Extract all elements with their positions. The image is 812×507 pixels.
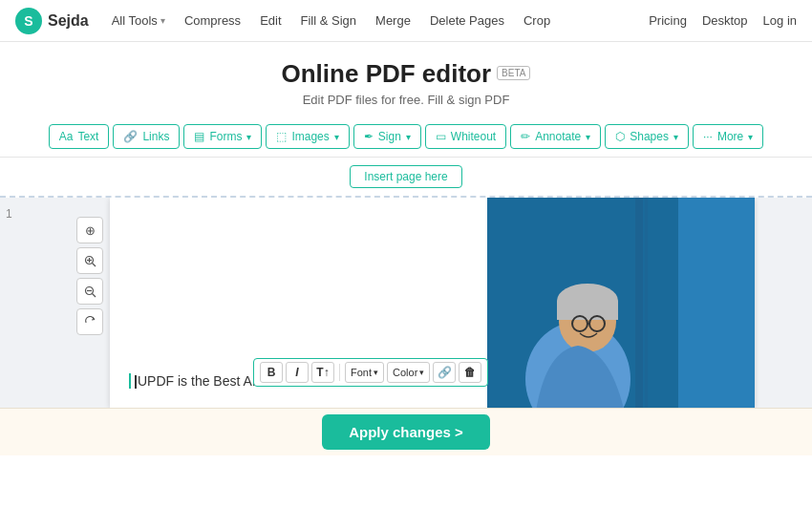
chevron-down-icon: ▾ [419,368,424,377]
chevron-down-icon: ▾ [673,132,678,142]
forms-icon: ▤ [194,130,204,143]
nav-login[interactable]: Log in [763,13,797,28]
text-icon: Aa [59,130,74,143]
zoom-out-icon [84,285,96,298]
text-size-button[interactable]: T↑ [311,362,334,383]
beta-badge: BETA [497,66,530,80]
more-icon: ··· [703,130,713,143]
navbar-right: Pricing Desktop Log in [649,13,797,28]
navbar-left: S Sejda All Tools ▾ Compress Edit Fill &… [15,8,558,34]
toolbar-links-btn[interactable]: 🔗 Links [113,124,180,149]
toolbar-forms-btn[interactable]: ▤ Forms ▾ [183,124,262,149]
text-cursor [135,375,137,389]
delete-button[interactable]: 🗑 [459,362,481,383]
toolbar-annotate-btn[interactable]: ✏ Annotate ▾ [510,124,601,149]
nav-delete-pages[interactable]: Delete Pages [422,10,512,32]
footer-bar: Apply changes > [0,408,812,455]
toolbar: Aa Text 🔗 Links ▤ Forms ▾ ⬚ Images ▾ ✒ S… [0,116,812,158]
text-edit-toolbar: B I T↑ Font ▾ Color ▾ 🔗 🗑 [253,358,488,387]
page-number: 1 [6,207,12,221]
pdf-page: B I T↑ Font ▾ Color ▾ 🔗 🗑 UPDF is the Be… [110,198,755,408]
nav-desktop[interactable]: Desktop [702,13,748,28]
insert-page-button[interactable]: Insert page here [350,165,461,188]
zoom-in-icon [84,255,96,267]
sign-icon: ✒ [364,130,374,143]
canvas-area: 1 ⊕ [0,198,812,408]
chevron-down-icon: ▾ [406,132,411,142]
logo-icon: S [15,8,42,34]
toolbar-sign-btn[interactable]: ✒ Sign ▾ [353,124,421,149]
page-subtitle: Edit PDF files for free. Fill & sign PDF [0,93,812,107]
insert-page-bar: Insert page here [0,158,812,198]
font-select[interactable]: Font ▾ [345,362,384,383]
nav-compress[interactable]: Compress [177,10,248,32]
nav-fill-sign[interactable]: Fill & Sign [293,10,365,32]
page-title: Online PDF editor [282,59,492,88]
bold-button[interactable]: B [260,362,283,383]
pdf-photo-bg [487,198,755,408]
toolbar-text-btn[interactable]: Aa Text [49,124,110,149]
page-title-section: Online PDF editorBETA Edit PDF files for… [0,42,812,116]
nav-links: All Tools ▾ Compress Edit Fill & Sign Me… [104,10,558,32]
chevron-down-icon: ▾ [374,368,378,377]
pdf-photo [487,198,755,408]
refresh-btn[interactable] [76,308,103,335]
toolbar-more-btn[interactable]: ··· More ▾ [693,124,763,149]
side-tools: ⊕ [76,217,103,335]
person-illustration [487,198,755,408]
color-select[interactable]: Color ▾ [387,362,430,383]
svg-rect-14 [557,301,618,320]
navbar: S Sejda All Tools ▾ Compress Edit Fill &… [0,0,812,42]
italic-button[interactable]: I [286,362,309,383]
toolbar-shapes-btn[interactable]: ⬡ Shapes ▾ [605,124,689,149]
logo[interactable]: S Sejda [15,8,89,34]
apply-changes-button[interactable]: Apply changes > [322,414,490,450]
brand-name: Sejda [48,12,89,30]
toolbar-whiteout-btn[interactable]: ▭ Whiteout [425,124,506,149]
bookmark-tool-btn[interactable]: ⊕ [76,217,103,243]
refresh-icon [84,316,96,328]
chevron-down-icon: ▾ [160,15,165,26]
toolbar-divider [339,364,340,381]
link-tool-button[interactable]: 🔗 [433,362,456,383]
nav-merge[interactable]: Merge [368,10,418,32]
zoom-out-btn[interactable] [76,278,103,305]
nav-all-tools[interactable]: All Tools ▾ [104,10,173,32]
svg-line-5 [92,293,96,297]
svg-rect-9 [635,198,643,408]
zoom-in-btn[interactable] [76,247,103,274]
svg-line-1 [92,263,96,266]
shapes-icon: ⬡ [615,130,625,143]
chevron-down-icon: ▾ [334,132,339,142]
chevron-down-icon: ▾ [748,132,753,142]
link-icon: 🔗 [123,130,138,143]
annotate-icon: ✏ [521,130,530,143]
svg-rect-10 [645,198,648,408]
nav-pricing[interactable]: Pricing [649,13,687,28]
chevron-down-icon: ▾ [246,132,251,142]
chevron-down-icon: ▾ [586,132,590,142]
images-icon: ⬚ [276,130,287,143]
toolbar-images-btn[interactable]: ⬚ Images ▾ [266,124,349,149]
whiteout-icon: ▭ [436,130,446,143]
nav-edit[interactable]: Edit [252,10,288,32]
nav-crop[interactable]: Crop [516,10,558,32]
